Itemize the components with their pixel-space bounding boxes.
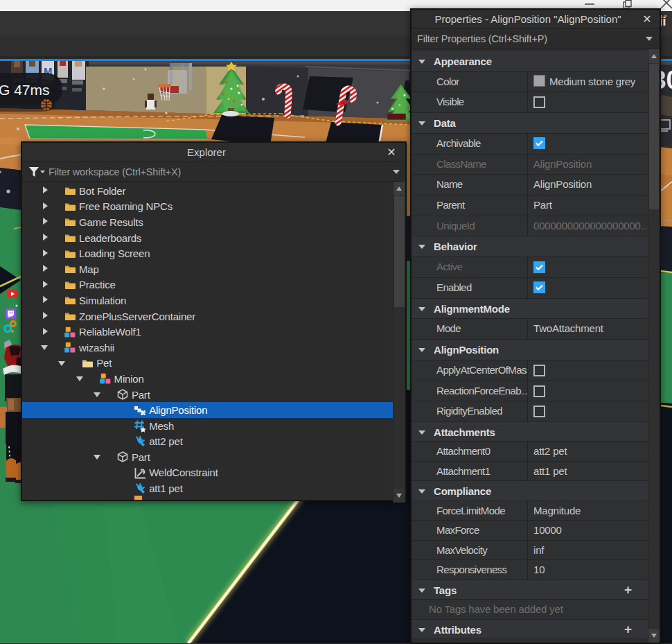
svg-text:G 47ms: G 47ms [0,82,50,98]
